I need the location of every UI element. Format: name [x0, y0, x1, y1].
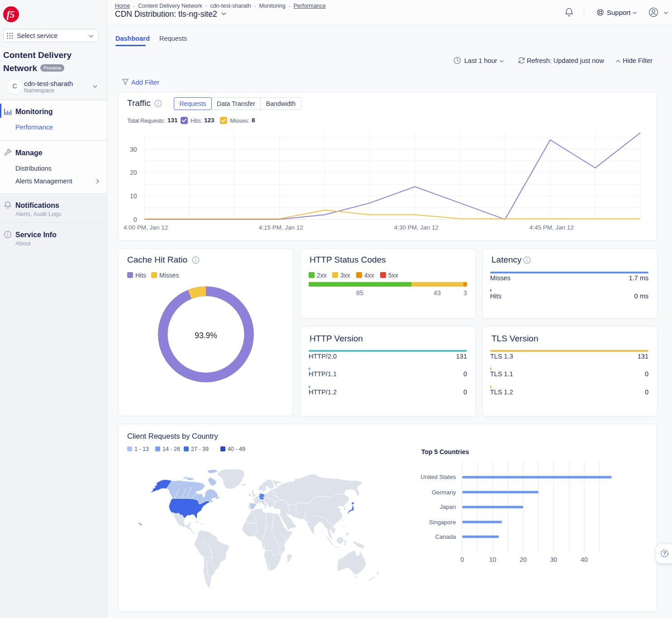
svg-text:0: 0 [133, 216, 137, 223]
svg-text:Singapore: Singapore [429, 519, 456, 526]
svg-text:0: 0 [461, 556, 464, 563]
svg-text:10: 10 [130, 192, 137, 200]
svg-text:Japan: Japan [440, 503, 456, 510]
svg-text:93.9%: 93.9% [195, 331, 217, 340]
svg-text:20: 20 [130, 169, 137, 176]
svg-text:f5: f5 [7, 9, 15, 20]
svg-text:4:15 PM, Jan 12: 4:15 PM, Jan 12 [259, 224, 303, 231]
svg-text:4:00 PM, Jan 12: 4:00 PM, Jan 12 [124, 224, 168, 231]
svg-text:40: 40 [581, 556, 588, 563]
svg-text:30: 30 [130, 146, 137, 153]
svg-text:?: ? [663, 551, 666, 556]
svg-text:20: 20 [519, 556, 527, 563]
svg-text:4:30 PM, Jan 12: 4:30 PM, Jan 12 [394, 224, 438, 231]
svg-text:4:45 PM, Jan 12: 4:45 PM, Jan 12 [529, 224, 574, 231]
svg-text:United States: United States [420, 474, 456, 480]
svg-text:30: 30 [550, 556, 558, 563]
svg-text:Germany: Germany [432, 489, 456, 496]
svg-text:10: 10 [489, 556, 496, 563]
svg-text:Canada: Canada [435, 533, 456, 540]
